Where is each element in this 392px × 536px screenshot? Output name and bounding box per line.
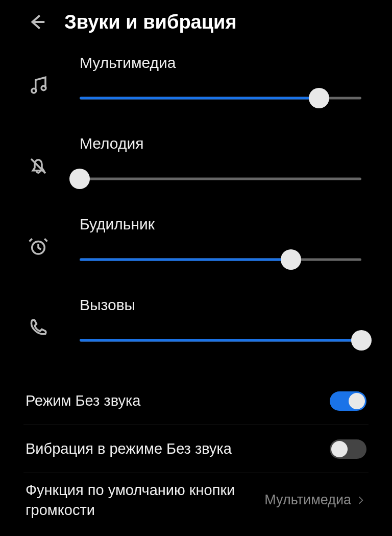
chevron-right-icon (355, 495, 366, 506)
row-silent-mode[interactable]: Режим Без звука (23, 377, 369, 425)
back-button[interactable] (26, 10, 49, 34)
svg-point-1 (41, 86, 46, 90)
slider-calls: Вызовы (26, 296, 361, 351)
header: Звуки и вибрация (0, 0, 392, 49)
slider-label-alarm: Будильник (80, 216, 361, 233)
slider-label-ringtone: Мелодия (80, 135, 361, 152)
slider-track-media[interactable] (80, 88, 361, 108)
svg-point-0 (32, 88, 36, 93)
label-vibrate-silent: Вибрация в режиме Без звука (26, 439, 330, 459)
slider-track-calls[interactable] (80, 330, 361, 351)
value-volume-key-default: Мультимедиа (264, 492, 351, 509)
slider-alarm: Будильник (26, 216, 361, 270)
label-silent: Режим Без звука (26, 391, 330, 411)
row-vibrate-silent[interactable]: Вибрация в режиме Без звука (23, 425, 369, 473)
slider-media: Мультимедиа (26, 54, 361, 108)
slider-track-ringtone[interactable] (80, 169, 361, 189)
page-title: Звуки и вибрация (64, 11, 237, 33)
label-volume-key-default: Функция по умолчанию кнопки громкости (26, 480, 264, 520)
music-icon (26, 73, 51, 98)
slider-track-alarm[interactable] (80, 249, 361, 270)
row-volume-key-default[interactable]: Функция по умолчанию кнопки громкости Му… (23, 473, 369, 527)
settings-list: Режим Без звука Вибрация в режиме Без зв… (0, 377, 392, 527)
volume-sliders: Мультимедиа Мелодия (0, 49, 392, 351)
toggle-silent[interactable] (330, 391, 366, 411)
alarm-clock-icon (26, 234, 51, 260)
slider-label-media: Мультимедиа (80, 54, 361, 72)
slider-ringtone: Мелодия (26, 135, 361, 189)
arrow-left-icon (28, 12, 47, 32)
phone-icon (26, 315, 51, 340)
bell-off-icon (26, 153, 51, 179)
slider-label-calls: Вызовы (80, 296, 361, 314)
toggle-vibrate-silent[interactable] (330, 439, 366, 459)
